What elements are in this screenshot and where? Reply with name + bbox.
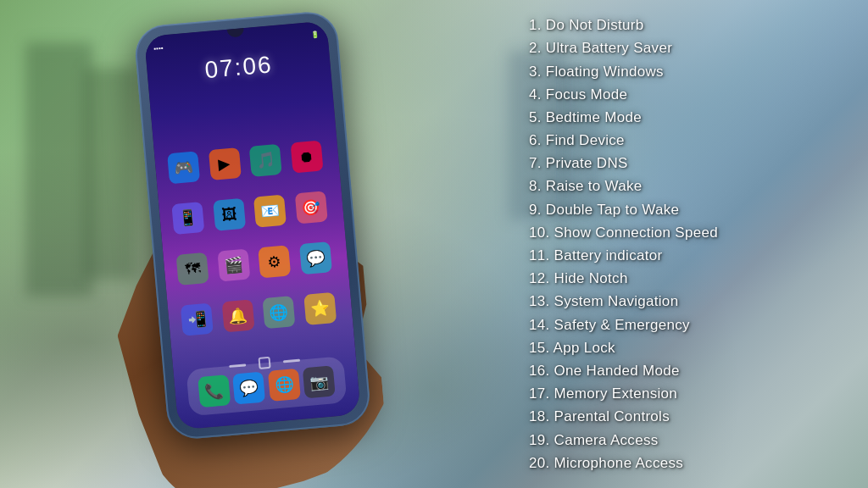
feature-item-15: 15. App Lock [529,336,843,359]
feature-item-2: 2. Ultra Battery Saver [529,36,843,59]
app-icon-14[interactable]: 🔔 [221,299,254,332]
app-icon-7[interactable]: 📧 [253,195,287,228]
app-icon-11[interactable]: ⚙ [258,245,291,278]
app-icon-10[interactable]: 🎬 [217,249,250,282]
app-icon-5[interactable]: 📱 [171,202,204,235]
app-icon-13[interactable]: 📲 [181,303,214,336]
app-icon-6[interactable]: 🖼 [213,198,246,231]
feature-item-5: 5. Bedtime Mode [529,106,843,129]
feature-item-11: 11. Battery indicator [529,244,843,267]
feature-item-12: 12. Hide Notch [529,267,843,290]
app-icon-12[interactable]: 💬 [299,241,332,274]
feature-item-17: 17. Memory Extension [529,382,843,405]
app-icon-15[interactable]: 🌐 [262,296,295,329]
app-icon-16[interactable]: ⭐ [303,292,337,325]
dock-icon-messages[interactable]: 💬 [232,371,265,404]
phone-body: ▪▪▪▪ 🔋 07:06 🎮 ▶ 🎵 ⏺ 📱 🖼 📧 🎯 🗺 [133,9,372,441]
building-1 [25,42,93,297]
phone-container: ▪▪▪▪ 🔋 07:06 🎮 ▶ 🎵 ⏺ 📱 🖼 📧 🎯 🗺 [108,6,418,485]
signal-indicator: ▪▪▪▪ [153,44,164,53]
feature-item-1: 1. Do Not Disturb [529,14,843,36]
phone-screen: ▪▪▪▪ 🔋 07:06 🎮 ▶ 🎵 ⏺ 📱 🖼 📧 🎯 🗺 [144,20,361,430]
feature-item-3: 3. Floating Windows [529,60,843,83]
app-icon-4[interactable]: ⏺ [290,141,323,174]
feature-item-20: 20. Microphone Access [529,452,843,474]
feature-item-14: 14. Safety & Emergency [529,313,843,336]
feature-item-18: 18. Parental Controls [529,405,843,428]
dock-icon-browser[interactable]: 🌐 [268,368,301,401]
feature-item-19: 19. Camera Access [529,429,843,452]
feature-item-8: 8. Raise to Wake [529,175,843,197]
app-icon-3[interactable]: 🎵 [249,144,282,177]
dock-icon-phone[interactable]: 📞 [198,374,231,408]
feature-item-7: 7. Private DNS [529,152,843,175]
app-icon-9[interactable]: 🗺 [176,252,209,286]
features-list: 1. Do Not Disturb2. Ultra Battery Saver3… [529,14,843,474]
feature-item-16: 16. One Handed Mode [529,359,843,382]
battery-indicator: 🔋 [310,30,320,39]
app-icon-1[interactable]: 🎮 [167,151,200,184]
dock-icon-camera[interactable]: 📷 [303,365,336,398]
feature-item-4: 4. Focus Mode [529,83,843,106]
features-panel: 1. Do Not Disturb2. Ultra Battery Saver3… [504,0,868,488]
feature-item-13: 13. System Navigation [529,290,843,313]
feature-item-10: 10. Show Connection Speed [529,221,843,244]
feature-item-6: 6. Find Device [529,129,843,152]
feature-item-9: 9. Double Tap to Wake [529,198,843,221]
app-icon-8[interactable]: 🎯 [294,191,327,224]
app-icon-2[interactable]: ▶ [208,147,241,180]
